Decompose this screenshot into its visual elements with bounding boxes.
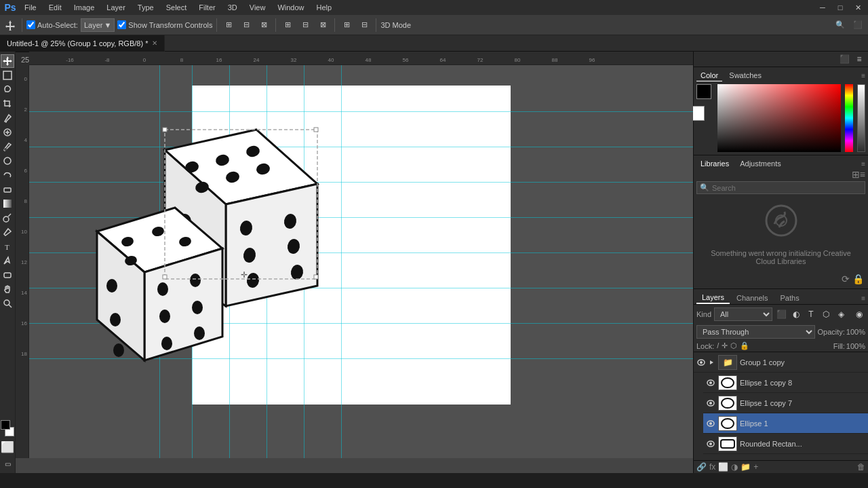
foreground-color[interactable] (696, 84, 711, 99)
panel-icon-1[interactable]: ⬛ (838, 53, 850, 65)
delete-layer-btn[interactable]: 🗑 (857, 462, 865, 472)
layer-visibility-e8[interactable] (706, 378, 715, 388)
menu-edit[interactable]: Edit (43, 2, 67, 13)
adjustments-tab[interactable]: Adjustments (736, 158, 785, 169)
filter-smart-btn[interactable]: ◈ (835, 308, 847, 320)
lasso-tool[interactable] (1, 83, 14, 96)
layer-group1copy[interactable]: 📁 Group 1 copy (694, 352, 868, 373)
filter-shape-btn[interactable]: ⬡ (820, 308, 832, 320)
close-btn[interactable]: ✕ (850, 0, 865, 15)
menu-layer[interactable]: Layer (101, 2, 131, 13)
menu-3d[interactable]: 3D (222, 2, 243, 13)
align-left-btn[interactable]: ⊞ (221, 18, 236, 33)
maximize-btn[interactable]: □ (833, 0, 848, 15)
auto-select-checkbox[interactable] (26, 20, 35, 29)
document-tab[interactable]: Untitled-1 @ 25% (Group 1 copy, RGB/8) *… (0, 35, 165, 52)
lock-artboard-icon[interactable]: ⬡ (730, 341, 737, 350)
path-select-tool[interactable] (1, 254, 14, 267)
pen-tool[interactable] (1, 225, 14, 239)
menu-image[interactable]: Image (68, 2, 100, 13)
layer-visibility-e7[interactable] (706, 398, 715, 408)
grid-view-btn[interactable]: ⊞ (852, 169, 860, 180)
menu-file[interactable]: File (19, 2, 42, 13)
layers-tab-btn[interactable]: Layers (696, 292, 730, 304)
layer-ellipse1copy7[interactable]: Ellipse 1 copy 7 (703, 393, 868, 413)
crop-tool[interactable] (1, 97, 14, 111)
align-bottom-btn[interactable]: ⊠ (315, 18, 330, 33)
show-transform-checkbox[interactable] (117, 20, 126, 29)
eyedropper-tool[interactable] (1, 111, 14, 125)
menu-filter[interactable]: Filter (193, 2, 220, 13)
quick-mask-btn[interactable]: ⬜ (1, 440, 14, 453)
adjustment-layer-btn[interactable]: ◑ (731, 462, 738, 472)
hue-slider[interactable] (845, 84, 853, 152)
layer-ellipse1[interactable]: Ellipse 1 (703, 413, 868, 434)
move-tool-btn[interactable] (3, 18, 18, 33)
zoom-tool[interactable] (1, 297, 14, 310)
fg-color-swatch[interactable] (1, 420, 10, 430)
dist-h-btn[interactable]: ⊞ (339, 18, 354, 33)
dist-v-btn[interactable]: ⊟ (357, 18, 372, 33)
workspace-btn[interactable]: ⬛ (850, 18, 865, 33)
align-center-h-btn[interactable]: ⊟ (239, 18, 254, 33)
canvas-content[interactable]: ✛ (29, 65, 693, 458)
layer-expand-group1[interactable] (709, 358, 714, 367)
spot-heal-tool[interactable] (1, 126, 14, 139)
minimize-btn[interactable]: ─ (815, 0, 830, 15)
libraries-panel-arrow[interactable]: ≡ (861, 160, 865, 168)
filter-adj-btn[interactable]: ◐ (790, 308, 802, 320)
clone-tool[interactable] (1, 154, 14, 168)
layer-visibility-group1[interactable] (696, 358, 706, 367)
opacity-value[interactable]: 100% (846, 328, 865, 336)
layer-visibility-e1[interactable] (706, 419, 715, 428)
align-center-v-btn[interactable]: ⊟ (298, 18, 313, 33)
lock-pixel-icon[interactable]: / (717, 341, 719, 350)
menu-select[interactable]: Select (161, 2, 193, 13)
swatches-tab[interactable]: Swatches (725, 70, 766, 81)
alpha-slider[interactable] (857, 84, 865, 152)
link-layers-btn[interactable]: 🔗 (696, 462, 707, 472)
menu-window[interactable]: Window (272, 2, 309, 13)
layer-visibility-rr[interactable] (706, 439, 715, 449)
lock-all-icon[interactable]: 🔒 (740, 341, 749, 350)
fill-value[interactable]: 100% (846, 342, 865, 350)
history-brush-tool[interactable] (1, 168, 14, 182)
align-top-btn[interactable]: ⊞ (280, 18, 295, 33)
align-right-btn[interactable]: ⊠ (256, 18, 271, 33)
list-view-btn[interactable]: ≡ (860, 169, 865, 180)
hand-tool[interactable] (1, 282, 14, 296)
color-tab[interactable]: Color (696, 70, 722, 81)
lock-move-icon[interactable]: ✛ (722, 341, 728, 350)
sync-btn[interactable]: ⟳ (842, 274, 850, 284)
type-tool[interactable]: T (1, 240, 14, 253)
kind-dropdown[interactable]: All Pixel Adjustment Type Shape (714, 307, 772, 321)
menu-help[interactable]: Help (311, 2, 338, 13)
search-icon-btn[interactable]: 🔍 (833, 18, 848, 33)
layer-rounded-rect[interactable]: Rounded Rectan... (703, 434, 868, 454)
brush-tool[interactable] (1, 140, 14, 153)
libraries-tab[interactable]: Libraries (696, 158, 733, 169)
select-tool[interactable] (1, 69, 14, 82)
gradient-tool[interactable] (1, 197, 14, 210)
color-panel-arrow[interactable]: ≡ (861, 72, 865, 79)
filter-pixel-btn[interactable]: ⬛ (775, 308, 787, 320)
group-layer-btn[interactable]: 📁 (741, 462, 751, 472)
menu-type[interactable]: Type (132, 2, 159, 13)
shape-tool[interactable] (1, 268, 14, 282)
paths-tab-btn[interactable]: Paths (775, 293, 805, 303)
filter-on-off-btn[interactable]: ◉ (853, 308, 865, 320)
layer-mask-btn[interactable]: ⬜ (718, 462, 728, 472)
screen-mode-btn[interactable]: ▭ (1, 457, 14, 470)
new-layer-btn[interactable]: + (753, 462, 758, 472)
filter-type-btn[interactable]: T (805, 308, 817, 320)
lock-btn[interactable]: 🔒 (852, 274, 864, 284)
channels-tab-btn[interactable]: Channels (731, 293, 773, 303)
panel-icon-2[interactable]: ≡ (853, 53, 865, 65)
layers-panel-arrow[interactable]: ≡ (861, 295, 865, 302)
menu-view[interactable]: View (244, 2, 271, 13)
tab-close-btn[interactable]: ✕ (152, 39, 157, 47)
dodge-tool[interactable] (1, 211, 14, 225)
move-tool[interactable] (1, 54, 14, 68)
eraser-tool[interactable] (1, 183, 14, 196)
layer-style-btn[interactable]: fx (709, 462, 715, 472)
